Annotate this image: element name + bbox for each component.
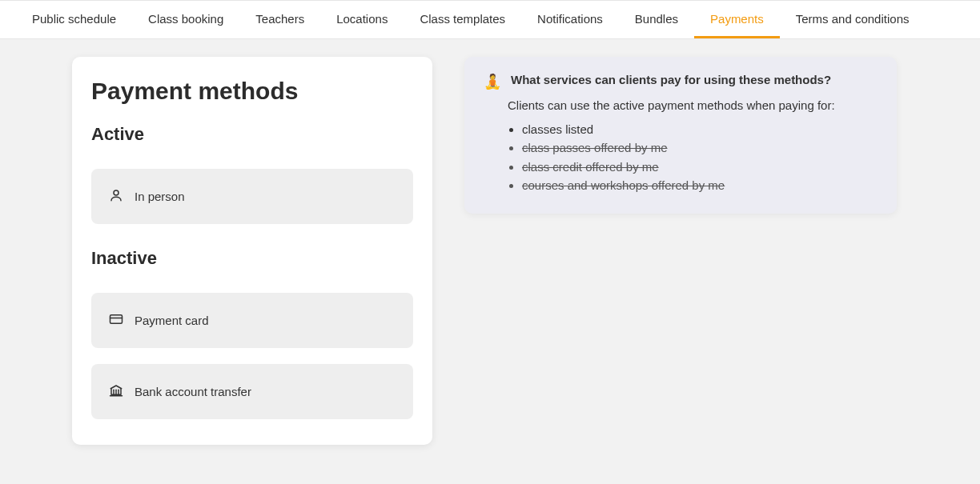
method-payment-card[interactable]: Payment card [91,293,413,348]
card-icon [109,312,123,329]
info-item-struck: class passes offered by me [522,138,878,157]
nav-notifications[interactable]: Notifications [521,1,619,38]
bank-icon [109,383,123,400]
active-section-title: Active [91,124,413,145]
info-header: 🧘 What services can clients pay for usin… [484,73,878,90]
nav-class-templates[interactable]: Class templates [404,1,521,38]
info-item-struck: class credit offered by me [522,158,878,176]
svg-rect-1 [110,315,122,324]
info-item-struck: courses and workshops offered by me [522,176,878,194]
nav-locations[interactable]: Locations [320,1,404,38]
nav-teachers[interactable]: Teachers [239,1,320,38]
info-panel: 🧘 What services can clients pay for usin… [464,57,897,214]
nav-class-booking[interactable]: Class booking [132,1,239,38]
info-title: What services can clients pay for using … [511,73,831,86]
main-nav: Public schedule Class booking Teachers L… [0,0,980,39]
svg-point-0 [114,190,118,195]
content-area: Payment methods Active In person Inactiv… [0,39,980,477]
method-label: In person [135,190,185,203]
info-subtitle: Clients can use the active payment metho… [508,98,878,112]
nav-public-schedule[interactable]: Public schedule [16,1,132,38]
person-icon [109,188,123,205]
payment-methods-card: Payment methods Active In person Inactiv… [72,57,432,445]
nav-terms[interactable]: Terms and conditions [780,1,926,38]
info-list: classes listed class passes offered by m… [522,120,878,194]
page-title: Payment methods [91,78,413,105]
method-label: Bank account transfer [135,385,251,398]
method-label: Payment card [135,314,209,327]
nav-bundles[interactable]: Bundles [619,1,694,38]
method-bank-transfer[interactable]: Bank account transfer [91,364,413,419]
yoga-emoji-icon: 🧘 [484,73,501,90]
inactive-section-title: Inactive [91,248,413,269]
method-in-person[interactable]: In person [91,169,413,224]
nav-payments[interactable]: Payments [694,1,780,38]
info-item: classes listed [522,120,878,138]
